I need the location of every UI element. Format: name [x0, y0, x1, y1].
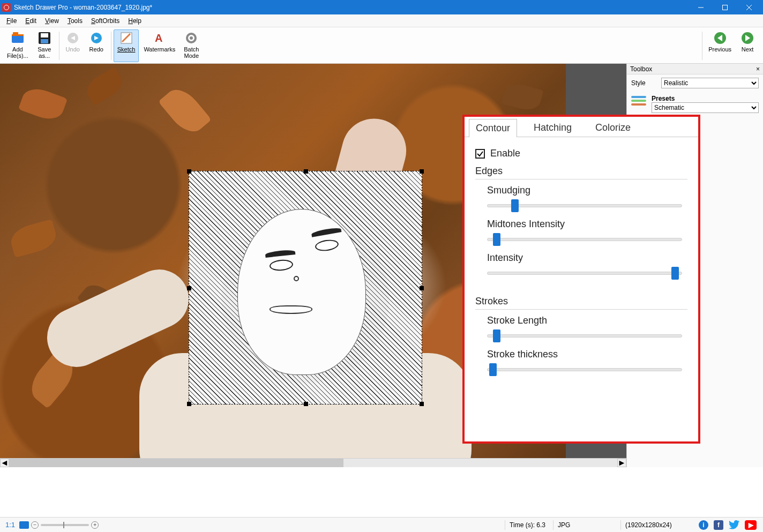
svg-text:A: A [155, 32, 162, 44]
twitter-icon[interactable] [729, 520, 739, 530]
resize-handle[interactable] [304, 402, 308, 406]
midtones-slider[interactable] [487, 232, 687, 247]
checkbox-icon [475, 149, 485, 159]
status-time: Time (s): 6.3 [505, 520, 550, 530]
watermarks-icon: A [153, 31, 167, 45]
menu-edit[interactable]: Edit [21, 16, 41, 26]
edges-group-title: Edges [475, 166, 687, 177]
menu-tools[interactable]: Tools [63, 16, 87, 26]
strokes-group-title: Strokes [475, 296, 687, 307]
menu-softorbits[interactable]: SoftOrbits [87, 16, 124, 26]
scroll-thumb[interactable] [9, 459, 343, 467]
scroll-right-button[interactable]: ► [617, 459, 626, 467]
gear-icon [184, 31, 198, 45]
watermarks-label: Watermarks [144, 46, 175, 53]
svg-point-16 [190, 36, 193, 40]
resize-handle[interactable] [420, 169, 424, 174]
youtube-icon[interactable]: ▶ [745, 520, 757, 530]
minimize-button[interactable] [689, 0, 713, 14]
smudging-slider[interactable] [487, 198, 687, 213]
zoom-ratio-button[interactable]: 1:1 [3, 521, 17, 529]
menubar: File Edit View Tools SoftOrbits Help [0, 14, 763, 27]
next-icon [740, 31, 754, 45]
maximize-button[interactable] [713, 0, 737, 14]
options-tabs: Contour Hatching Colorize [465, 117, 698, 137]
save-as-label: Save as... [38, 46, 51, 59]
toolbar: Add File(s)... Save as... Undo Redo Sket… [0, 27, 763, 64]
next-label: Next [742, 46, 754, 53]
tab-contour[interactable]: Contour [469, 119, 517, 137]
resize-handle[interactable] [187, 286, 191, 290]
toolbar-separator [111, 32, 111, 60]
batch-mode-label: Batch Mode [184, 46, 199, 59]
presets-icon [631, 95, 646, 107]
resize-handle[interactable] [187, 169, 191, 174]
batch-mode-button[interactable]: Batch Mode [180, 29, 203, 62]
options-panel: Contour Hatching Colorize Enable Edges S… [462, 115, 700, 444]
status-dimensions: (1920x1280x24) [620, 520, 695, 530]
style-label: Style [631, 79, 657, 87]
previous-label: Previous [708, 46, 731, 53]
add-files-label: Add File(s)... [7, 46, 28, 59]
redo-icon [89, 31, 103, 45]
facebook-icon[interactable]: f [714, 520, 723, 530]
enable-checkbox[interactable]: Enable [475, 148, 687, 159]
zoom-out-button[interactable]: − [31, 521, 39, 529]
sketch-icon [119, 31, 133, 45]
tab-colorize[interactable]: Colorize [588, 118, 638, 137]
redo-button[interactable]: Redo [85, 29, 108, 62]
info-icon[interactable]: i [699, 520, 708, 530]
intensity-label: Intensity [487, 252, 687, 264]
sketch-button[interactable]: Sketch [114, 29, 139, 62]
svg-rect-8 [41, 33, 48, 38]
intensity-slider[interactable] [487, 266, 687, 281]
statusbar: 1:1 − + Time (s): 6.3 JPG (1920x1280x24)… [0, 517, 763, 532]
svg-rect-6 [13, 32, 18, 35]
stroke-thickness-label: Stroke thickness [487, 349, 687, 360]
svg-rect-9 [41, 39, 48, 43]
previous-icon [713, 31, 727, 45]
next-button[interactable]: Next [736, 29, 759, 62]
app-icon [2, 3, 11, 12]
enable-label: Enable [490, 148, 520, 159]
smudging-label: Smudging [487, 185, 687, 196]
close-button[interactable] [737, 0, 761, 14]
toolbox-close-button[interactable]: × [756, 65, 760, 73]
previous-button[interactable]: Previous [705, 29, 735, 62]
window-title: Sketch Drawer Pro - woman-2003647_1920.j… [14, 4, 689, 11]
undo-label: Undo [66, 46, 80, 53]
add-files-button[interactable]: Add File(s)... [3, 29, 32, 62]
style-select[interactable]: Realistic [661, 78, 759, 88]
watermarks-button[interactable]: A Watermarks [140, 29, 179, 62]
save-icon [38, 31, 51, 45]
zoom-fit-button[interactable] [19, 521, 29, 529]
redo-label: Redo [89, 46, 103, 53]
toolbar-separator [702, 32, 702, 60]
selection-rectangle[interactable] [189, 171, 422, 404]
stroke-thickness-slider[interactable] [487, 362, 687, 377]
resize-handle[interactable] [420, 402, 424, 406]
zoom-in-button[interactable]: + [91, 521, 99, 529]
zoom-slider[interactable] [41, 524, 89, 526]
undo-button[interactable]: Undo [62, 29, 84, 62]
stroke-length-label: Stroke Length [487, 315, 687, 326]
menu-view[interactable]: View [41, 16, 63, 26]
midtones-label: Midtones Intensity [487, 219, 687, 230]
save-as-button[interactable]: Save as... [33, 29, 56, 62]
undo-icon [66, 31, 80, 45]
toolbar-separator [59, 32, 59, 60]
stroke-length-slider[interactable] [487, 328, 687, 343]
resize-handle[interactable] [420, 286, 424, 290]
tab-hatching[interactable]: Hatching [527, 118, 579, 137]
menu-file[interactable]: File [2, 16, 21, 26]
horizontal-scrollbar[interactable]: ◄ ► [0, 458, 626, 467]
menu-help[interactable]: Help [124, 16, 146, 26]
scroll-left-button[interactable]: ◄ [0, 459, 9, 467]
resize-handle[interactable] [304, 169, 308, 174]
resize-handle[interactable] [187, 402, 191, 406]
add-files-icon [11, 31, 25, 45]
toolbox-title: Toolbox [630, 65, 652, 73]
presets-select[interactable]: Schematic [652, 102, 759, 113]
presets-label: Presets [652, 95, 759, 102]
toolbox-header: Toolbox × [627, 64, 763, 74]
